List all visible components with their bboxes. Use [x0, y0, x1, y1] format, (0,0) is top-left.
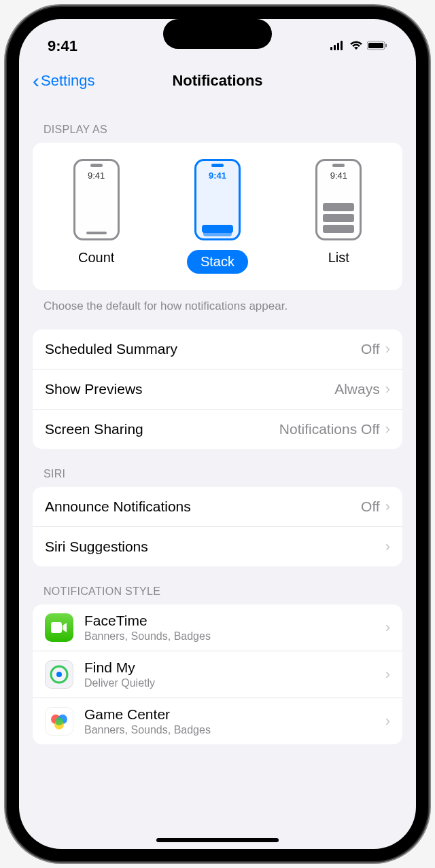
findmy-icon [45, 660, 73, 689]
facetime-icon [45, 613, 73, 642]
phone-frame: 9:41 ‹ Settings Notifications DISP [7, 7, 428, 861]
content-scroll[interactable]: DISPLAY AS 9:41 Count 9:4 [19, 105, 416, 846]
app-detail: Banners, Sounds, Badges [84, 724, 375, 736]
mini-phone-count-icon: 9:41 [73, 159, 120, 240]
chevron-right-icon: › [385, 619, 390, 636]
svg-rect-1 [334, 45, 336, 50]
home-indicator[interactable] [156, 838, 279, 842]
mini-phone-list-icon: 9:41 [315, 159, 362, 240]
dynamic-island [163, 19, 272, 49]
signal-icon [330, 39, 345, 54]
chevron-right-icon: › [385, 498, 390, 516]
app-row-findmy[interactable]: Find My Deliver Quietly › [33, 651, 402, 698]
row-label: Announce Notifications [45, 499, 191, 515]
display-options: 9:41 Count 9:41 [33, 143, 402, 290]
siri-card: Announce Notifications Off › Siri Sugges… [33, 487, 402, 566]
svg-point-9 [56, 672, 62, 677]
app-detail: Banners, Sounds, Badges [84, 630, 375, 643]
svg-rect-3 [341, 41, 343, 50]
row-screen-sharing[interactable]: Screen Sharing Notifications Off › [33, 410, 402, 449]
display-as-card: 9:41 Count 9:41 [33, 143, 402, 290]
app-name: FaceTime [84, 613, 375, 629]
display-option-stack[interactable]: 9:41 Stack [187, 159, 248, 274]
row-value: Off › [361, 340, 390, 358]
chevron-right-icon: › [385, 666, 390, 683]
chevron-right-icon: › [385, 420, 390, 438]
status-icons [330, 39, 387, 54]
row-value: › [385, 538, 390, 556]
option-label-stack: Stack [187, 250, 248, 274]
svg-rect-0 [330, 47, 332, 50]
chevron-right-icon: › [385, 538, 390, 556]
row-label: Screen Sharing [45, 421, 143, 437]
app-name: Game Center [84, 706, 375, 723]
chevron-right-icon: › [385, 340, 390, 358]
page-title: Notifications [172, 72, 262, 90]
app-info: FaceTime Banners, Sounds, Badges [84, 613, 375, 643]
row-value: Off › [361, 498, 390, 516]
display-as-header: DISPLAY AS [33, 105, 402, 143]
row-siri-suggestions[interactable]: Siri Suggestions › [33, 527, 402, 566]
row-announce-notifications[interactable]: Announce Notifications Off › [33, 487, 402, 527]
mini-phone-stack-icon: 9:41 [194, 159, 241, 240]
chevron-right-icon: › [385, 380, 390, 398]
option-label-count: Count [78, 250, 114, 266]
notification-style-card: FaceTime Banners, Sounds, Badges › Find … [33, 604, 402, 744]
chevron-right-icon: › [385, 712, 390, 730]
app-info: Game Center Banners, Sounds, Badges [84, 706, 375, 736]
back-label: Settings [41, 72, 95, 90]
gamecenter-icon [45, 707, 73, 736]
screen: 9:41 ‹ Settings Notifications DISP [19, 19, 416, 849]
display-as-footer: Choose the default for how notifications… [33, 290, 402, 319]
row-show-previews[interactable]: Show Previews Always › [33, 369, 402, 410]
app-row-facetime[interactable]: FaceTime Banners, Sounds, Badges › [33, 604, 402, 651]
siri-header: SIRI [33, 449, 402, 487]
battery-icon [367, 39, 387, 54]
app-name: Find My [84, 659, 375, 676]
notification-style-header: NOTIFICATION STYLE [33, 566, 402, 604]
row-value: Notifications Off › [279, 420, 390, 438]
row-value: Always › [334, 380, 390, 398]
option-label-list: List [328, 250, 349, 266]
display-option-list[interactable]: 9:41 List [315, 159, 362, 274]
svg-rect-2 [337, 43, 339, 50]
svg-rect-7 [51, 622, 62, 633]
svg-rect-5 [368, 43, 383, 48]
app-info: Find My Deliver Quietly [84, 659, 375, 689]
app-row-gamecenter[interactable]: Game Center Banners, Sounds, Badges › [33, 698, 402, 744]
row-label: Scheduled Summary [45, 341, 177, 357]
row-scheduled-summary[interactable]: Scheduled Summary Off › [33, 329, 402, 369]
app-detail: Deliver Quietly [84, 677, 375, 689]
row-label: Siri Suggestions [45, 539, 148, 555]
status-time: 9:41 [48, 37, 77, 55]
display-option-count[interactable]: 9:41 Count [73, 159, 120, 274]
row-label: Show Previews [45, 381, 143, 397]
svg-point-13 [55, 717, 63, 725]
settings-card: Scheduled Summary Off › Show Previews Al… [33, 329, 402, 449]
nav-bar: ‹ Settings Notifications [19, 60, 416, 105]
chevron-left-icon: ‹ [33, 69, 39, 92]
wifi-icon [349, 39, 363, 54]
svg-rect-6 [385, 43, 387, 47]
back-button[interactable]: ‹ Settings [33, 69, 95, 92]
